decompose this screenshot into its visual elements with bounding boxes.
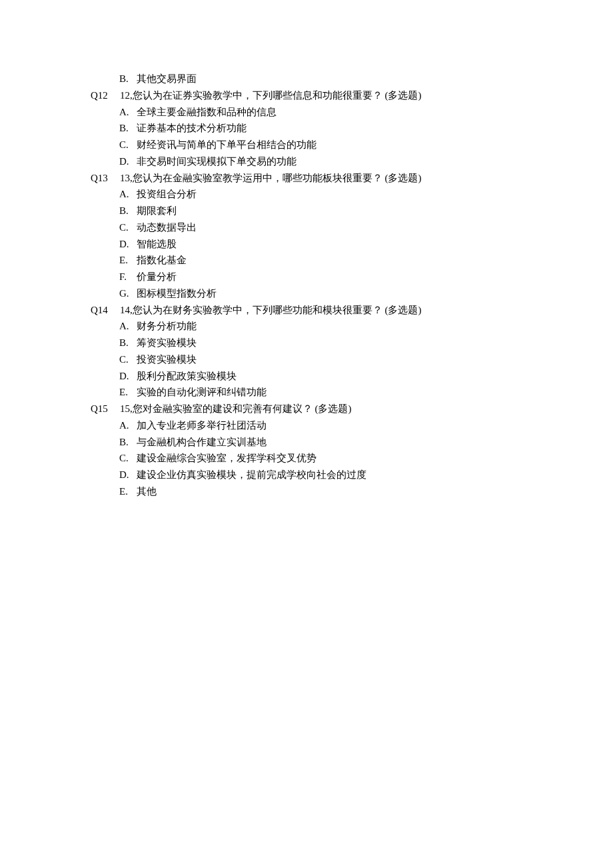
option-letter: C. — [119, 137, 137, 153]
option-text: 智能选股 — [137, 236, 613, 253]
option-letter: C. — [119, 219, 137, 236]
option-letter: D. — [119, 368, 137, 385]
option-row: A. 全球主要金融指数和品种的信息 — [102, 104, 613, 121]
option-letter: E. — [119, 252, 137, 269]
option-letter: E. — [119, 483, 137, 500]
question-id: Q13 — [91, 170, 120, 187]
option-letter: A. — [119, 417, 137, 434]
option-text: 建设金融综合实验室，发挥学科交叉优势 — [137, 450, 613, 467]
option-letter: C. — [119, 351, 137, 368]
option-row: A. 投资组合分析 — [102, 186, 613, 203]
option-text: 期限套利 — [137, 203, 613, 219]
option-text: 财务分析功能 — [137, 318, 613, 335]
option-row: E. 指数化基金 — [102, 252, 613, 269]
option-text: 投资实验模块 — [137, 351, 613, 368]
option-letter: D. — [119, 236, 137, 253]
option-letter: E. — [119, 384, 137, 401]
option-letter: A. — [119, 318, 137, 335]
option-letter: F. — [119, 269, 137, 285]
option-letter: A. — [119, 104, 137, 121]
option-letter: C. — [119, 450, 137, 467]
option-row: D. 智能选股 — [102, 236, 613, 253]
option-text: 价量分析 — [137, 269, 613, 285]
option-text: 指数化基金 — [137, 252, 613, 269]
question-row: Q15 15,您对金融实验室的建设和完善有何建议？ (多选题) — [91, 401, 613, 417]
option-letter: D. — [119, 153, 137, 170]
option-text: 其他交易界面 — [137, 71, 613, 87]
option-letter: A. — [119, 186, 137, 203]
option-text: 建设企业仿真实验模块，提前完成学校向社会的过度 — [137, 467, 613, 483]
option-row: E. 其他 — [102, 483, 613, 500]
option-letter: B. — [119, 71, 137, 87]
option-row: C. 投资实验模块 — [102, 351, 613, 368]
option-letter: B. — [119, 335, 137, 351]
option-letter: D. — [119, 467, 137, 483]
option-row: D. 建设企业仿真实验模块，提前完成学校向社会的过度 — [102, 467, 613, 483]
option-letter: B. — [119, 120, 137, 137]
option-row: F. 价量分析 — [102, 269, 613, 285]
option-row: C. 动态数据导出 — [102, 219, 613, 236]
question-id: Q14 — [91, 302, 120, 319]
option-row: C. 财经资讯与简单的下单平台相结合的功能 — [102, 137, 613, 153]
option-row: B. 证券基本的技术分析功能 — [102, 120, 613, 137]
option-letter: B. — [119, 203, 137, 219]
option-row: D. 非交易时间实现模拟下单交易的功能 — [102, 153, 613, 170]
option-row: B. 期限套利 — [102, 203, 613, 219]
option-text: 非交易时间实现模拟下单交易的功能 — [137, 153, 613, 170]
option-text: 全球主要金融指数和品种的信息 — [137, 104, 613, 121]
question-text: 14,您认为在财务实验教学中，下列哪些功能和模块很重要？ (多选题) — [120, 302, 613, 319]
option-row: B. 筹资实验模块 — [102, 335, 613, 351]
question-id: Q15 — [91, 401, 120, 417]
option-row: B. 其他交易界面 — [102, 71, 613, 87]
option-row: B. 与金融机构合作建立实训基地 — [102, 434, 613, 451]
option-text: 其他 — [137, 483, 613, 500]
option-text: 与金融机构合作建立实训基地 — [137, 434, 613, 451]
option-row: E. 实验的自动化测评和纠错功能 — [102, 384, 613, 401]
question-row: Q14 14,您认为在财务实验教学中，下列哪些功能和模块很重要？ (多选题) — [91, 302, 613, 319]
option-text: 动态数据导出 — [137, 219, 613, 236]
option-text: 投资组合分析 — [137, 186, 613, 203]
option-row: G. 图标模型指数分析 — [102, 285, 613, 302]
question-text: 13,您认为在金融实验室教学运用中，哪些功能板块很重要？ (多选题) — [120, 170, 613, 187]
option-text: 股利分配政策实验模块 — [137, 368, 613, 385]
option-text: 财经资讯与简单的下单平台相结合的功能 — [137, 137, 613, 153]
option-letter: G. — [119, 285, 137, 302]
option-text: 实验的自动化测评和纠错功能 — [137, 384, 613, 401]
question-text: 15,您对金融实验室的建设和完善有何建议？ (多选题) — [120, 401, 613, 417]
option-letter: B. — [119, 434, 137, 451]
question-row: Q12 12,您认为在证券实验教学中，下列哪些信息和功能很重要？ (多选题) — [91, 87, 613, 104]
question-id: Q12 — [91, 87, 120, 104]
option-row: A. 加入专业老师多举行社团活动 — [102, 417, 613, 434]
option-text: 图标模型指数分析 — [137, 285, 613, 302]
option-text: 证券基本的技术分析功能 — [137, 120, 613, 137]
option-row: A. 财务分析功能 — [102, 318, 613, 335]
question-text: 12,您认为在证券实验教学中，下列哪些信息和功能很重要？ (多选题) — [120, 87, 613, 104]
option-row: C. 建设金融综合实验室，发挥学科交叉优势 — [102, 450, 613, 467]
document-content: B. 其他交易界面 Q12 12,您认为在证券实验教学中，下列哪些信息和功能很重… — [0, 71, 613, 500]
option-text: 加入专业老师多举行社团活动 — [137, 417, 613, 434]
option-text: 筹资实验模块 — [137, 335, 613, 351]
option-row: D. 股利分配政策实验模块 — [102, 368, 613, 385]
question-row: Q13 13,您认为在金融实验室教学运用中，哪些功能板块很重要？ (多选题) — [91, 170, 613, 187]
